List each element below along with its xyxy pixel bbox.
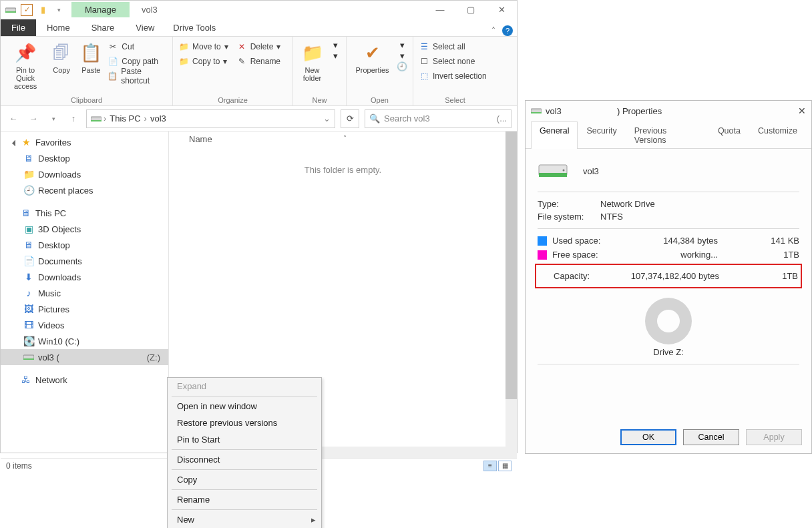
qat-dropdown-icon[interactable]: ▾ bbox=[53, 4, 65, 16]
view-tab[interactable]: View bbox=[125, 19, 165, 36]
videos-icon: 🎞 bbox=[23, 320, 34, 330]
downloads-icon: 📁 bbox=[23, 169, 34, 180]
tree-favorites[interactable]: ⏴★Favorites bbox=[1, 134, 168, 150]
separator bbox=[172, 469, 317, 470]
tree-item[interactable]: 🖥Desktop bbox=[1, 150, 168, 166]
minimize-button[interactable]: — bbox=[425, 1, 455, 19]
tree-item[interactable]: 💽Win10 (C:) bbox=[1, 333, 168, 349]
thumbnails-view-button[interactable]: ▦ bbox=[498, 461, 512, 471]
copy-to-button[interactable]: 📁Copy to ▾ bbox=[178, 54, 228, 69]
drive-tools-tab[interactable]: Drive Tools bbox=[165, 19, 224, 36]
breadcrumb[interactable]: › This PC › vol3 ⌄ bbox=[86, 109, 335, 128]
type-label: Type: bbox=[538, 199, 591, 209]
properties-dialog: vol3 ) Properties ✕ General Security Pre… bbox=[525, 100, 812, 454]
chevron-down-icon[interactable]: ⌄ bbox=[323, 113, 331, 123]
tab-customize[interactable]: Customize bbox=[749, 121, 806, 149]
tab-previous-versions[interactable]: Previous Versions bbox=[626, 121, 709, 149]
apply-button[interactable]: Apply bbox=[746, 429, 802, 445]
move-to-button[interactable]: 📁Move to ▾ bbox=[178, 39, 228, 54]
properties-titlebar: vol3 ) Properties ✕ bbox=[526, 101, 811, 121]
forward-button[interactable]: → bbox=[26, 111, 41, 126]
edit-icon[interactable]: ▾ bbox=[397, 50, 407, 61]
history-icon[interactable]: 🕘 bbox=[397, 61, 407, 71]
cut-button[interactable]: ✂Cut bbox=[108, 39, 167, 54]
desktop-icon: 🖥 bbox=[23, 153, 34, 164]
ctx-rename[interactable]: Rename bbox=[168, 491, 321, 508]
ctx-restore-prev[interactable]: Restore previous versions bbox=[168, 415, 321, 431]
breadcrumb-this-pc[interactable]: This PC bbox=[108, 113, 142, 123]
tree-network[interactable]: 🖧Network bbox=[1, 372, 168, 388]
ctx-copy[interactable]: Copy bbox=[168, 471, 321, 488]
column-header-name[interactable]: Name bbox=[189, 134, 212, 144]
ctx-disconnect[interactable]: Disconnect bbox=[168, 451, 321, 468]
vertical-scrollbar[interactable] bbox=[505, 131, 517, 447]
open-icon[interactable]: ▾ bbox=[397, 39, 407, 50]
properties-button[interactable]: ✔ Properties bbox=[352, 39, 393, 74]
new-folder-button[interactable]: 📁 New folder bbox=[298, 39, 326, 82]
ctx-new[interactable]: New bbox=[168, 511, 321, 528]
share-tab[interactable]: Share bbox=[81, 19, 126, 36]
help-icon[interactable]: ? bbox=[502, 25, 513, 36]
ok-button[interactable]: OK bbox=[620, 429, 676, 445]
paste-shortcut-button[interactable]: 📋Paste shortcut bbox=[108, 69, 167, 83]
separator bbox=[172, 396, 317, 397]
details-view-button[interactable]: ≡ bbox=[483, 461, 497, 471]
folder-icon: ▮ bbox=[37, 4, 49, 16]
easy-access-icon[interactable]: ▾ bbox=[330, 50, 341, 61]
tree-item[interactable]: ⬇Downloads bbox=[1, 269, 168, 285]
svg-point-10 bbox=[563, 170, 565, 172]
checkbox-icon[interactable]: ✓ bbox=[21, 4, 33, 16]
tree-item[interactable]: 🎞Videos bbox=[1, 317, 168, 333]
collapse-ribbon-icon[interactable]: ˄ bbox=[491, 26, 495, 35]
pin-quick-access-button[interactable]: 📌 Pin to Quick access bbox=[6, 39, 45, 90]
tree-item[interactable]: 🖥Desktop bbox=[1, 237, 168, 253]
tree-item[interactable]: 🖼Pictures bbox=[1, 301, 168, 317]
chevron-up-icon: ˄ bbox=[343, 134, 347, 142]
group-label: Open bbox=[352, 96, 407, 104]
maximize-button[interactable]: ▢ bbox=[455, 1, 486, 19]
tree-item[interactable]: 📄Documents bbox=[1, 253, 168, 269]
close-button[interactable]: ✕ bbox=[486, 1, 517, 19]
separator bbox=[538, 364, 799, 364]
tab-security[interactable]: Security bbox=[578, 121, 625, 149]
pc-icon: 🖥 bbox=[21, 208, 31, 218]
group-label: New bbox=[298, 96, 341, 104]
ctx-open-new-window[interactable]: Open in new window bbox=[168, 398, 321, 415]
separator bbox=[172, 489, 317, 490]
shortcut-icon: 📋 bbox=[108, 71, 118, 81]
empty-folder-message: This folder is empty. bbox=[169, 165, 517, 175]
tree-item-vol3[interactable]: vol3 ( (Z:) bbox=[1, 349, 168, 365]
invert-selection-button[interactable]: ⬚Invert selection bbox=[419, 69, 491, 83]
search-input[interactable]: 🔍 Search vol3 (... bbox=[365, 109, 512, 128]
capacity-row: Capacity: 107,374,182,400 bytes 1TB bbox=[539, 271, 798, 281]
rename-button[interactable]: ✎Rename bbox=[236, 54, 281, 69]
tab-quota[interactable]: Quota bbox=[709, 121, 749, 149]
refresh-button[interactable]: ⟳ bbox=[341, 109, 359, 128]
breadcrumb-vol3[interactable]: vol3 bbox=[149, 113, 168, 123]
up-button[interactable]: ↑ bbox=[66, 111, 81, 126]
file-tab[interactable]: File bbox=[1, 19, 36, 36]
navigation-tree[interactable]: ⏴★Favorites 🖥Desktop 📁Downloads 🕘Recent … bbox=[1, 131, 169, 458]
tree-item[interactable]: 📁Downloads bbox=[1, 166, 168, 182]
tree-item[interactable]: ▣3D Objects bbox=[1, 221, 168, 237]
back-button[interactable]: ← bbox=[6, 111, 21, 126]
tree-item[interactable]: ♪Music bbox=[1, 285, 168, 301]
select-all-button[interactable]: ☰Select all bbox=[419, 39, 491, 54]
select-none-button[interactable]: ☐Select none bbox=[419, 54, 491, 69]
copy-button[interactable]: 🗐 Copy bbox=[49, 39, 74, 74]
chevron-right-icon[interactable]: › bbox=[144, 113, 147, 123]
chevron-right-icon[interactable]: › bbox=[104, 113, 106, 123]
cancel-button[interactable]: Cancel bbox=[683, 429, 739, 445]
home-tab[interactable]: Home bbox=[36, 19, 81, 36]
recent-dropdown-icon[interactable]: ▾ bbox=[46, 111, 61, 126]
close-icon[interactable]: ✕ bbox=[798, 105, 806, 116]
drive-icon bbox=[538, 158, 568, 184]
tab-general[interactable]: General bbox=[531, 121, 578, 149]
new-item-icon[interactable]: ▾ bbox=[330, 39, 341, 50]
tree-item[interactable]: 🕘Recent places bbox=[1, 182, 168, 198]
paste-button[interactable]: 📋 Paste bbox=[78, 39, 104, 74]
separator bbox=[172, 449, 317, 450]
tree-this-pc[interactable]: 🖥This PC bbox=[1, 205, 168, 221]
delete-button[interactable]: ✕Delete ▾ bbox=[236, 39, 281, 54]
ctx-pin-start[interactable]: Pin to Start bbox=[168, 431, 321, 448]
